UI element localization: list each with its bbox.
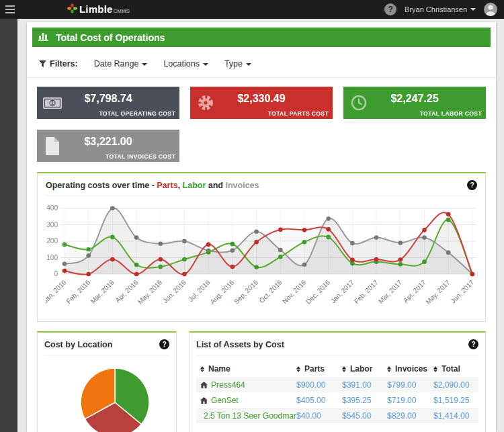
brand-name: Limble <box>79 3 113 15</box>
chevron-down-icon <box>203 63 208 66</box>
home-icon <box>200 397 208 404</box>
legend-invoices: Invoices <box>225 181 259 190</box>
hamburger-menu-icon[interactable] <box>0 5 20 13</box>
table-row: GenSet$405.00$395.25$719.00$1,519.25 <box>196 392 478 408</box>
table-row: 2.5 Ton 13 Seer Goodman$40.00$545.00$829… <box>196 408 478 423</box>
cost-by-location-pie <box>44 361 169 432</box>
avatar[interactable] <box>484 3 497 16</box>
chevron-down-icon <box>470 8 476 11</box>
svg-text:Jun, 2017: Jun, 2017 <box>449 278 475 304</box>
asset-name-link[interactable]: Press464 <box>211 380 245 390</box>
stat-total-parts-cost: $2,330.49 TOTAL PARTS COST <box>190 87 333 119</box>
collapsed-sidebar[interactable] <box>0 19 17 432</box>
filters-bar: Filters: Date Range Locations Type <box>27 52 496 78</box>
column-header-parts[interactable]: Parts <box>296 364 342 374</box>
svg-text:100: 100 <box>46 254 58 261</box>
top-navbar: Limble CMMS ? Bryan Christiansen <box>0 0 504 19</box>
column-header-total[interactable]: Total <box>433 364 474 374</box>
column-label: Parts <box>304 364 325 374</box>
assets-title-row: List of Assets by Cost ? <box>196 338 478 355</box>
sort-icon[interactable] <box>387 366 391 372</box>
assets-by-cost-card: List of Assets by Cost ? NamePartsLaborI… <box>189 331 486 432</box>
brand-suffix: CMMS <box>114 8 130 14</box>
asset-parts-value: $40.00 <box>296 411 342 421</box>
assets-table-header: NamePartsLaborInvoicesTotal <box>196 361 478 377</box>
column-label: Labor <box>350 364 372 374</box>
filter-type[interactable]: Type <box>224 59 251 69</box>
svg-text:200: 200 <box>46 237 58 245</box>
chart-title-row: Operating costs over time - Parts, Labor… <box>46 179 477 196</box>
column-header-name[interactable]: Name <box>200 364 296 374</box>
sort-icon[interactable] <box>433 366 437 372</box>
chart-title: Operating costs over time - Parts, Labor… <box>46 181 259 190</box>
home-icon <box>200 382 208 388</box>
svg-text:Mar, 2017: Mar, 2017 <box>377 278 404 305</box>
column-header-labor[interactable]: Labor <box>342 364 387 374</box>
page-header: Total Cost of Operations <box>32 28 491 47</box>
filters-label: Filters: <box>39 59 78 69</box>
asset-labor-value: $545.00 <box>342 411 387 421</box>
sort-icon[interactable] <box>200 366 204 372</box>
asset-parts-value: $405.00 <box>296 396 342 405</box>
legend-labor: Labor <box>183 181 206 190</box>
asset-parts-value: $900.00 <box>296 380 342 390</box>
asset-invoices-value: $799.00 <box>387 380 433 390</box>
bottom-row: Cost by Location ? List of Assets by Cos… <box>37 331 486 432</box>
limble-flower-icon <box>67 3 77 16</box>
operating-costs-chart-card: Operating costs over time - Parts, Labor… <box>37 172 486 322</box>
asset-invoices-value: $719.00 <box>387 396 433 405</box>
svg-text:400: 400 <box>46 204 58 212</box>
sort-icon[interactable] <box>342 366 346 372</box>
asset-labor-value: $391.00 <box>342 380 387 390</box>
stat-cards: 1 $7,798.74 TOTAL OPERATING COST $2,330.… <box>27 78 496 162</box>
sort-icon[interactable] <box>296 366 300 372</box>
svg-text:Jun, 2016: Jun, 2016 <box>161 278 187 304</box>
svg-text:May, 2016: May, 2016 <box>136 278 164 306</box>
pie-title: Cost by Location <box>44 340 112 349</box>
asset-name-link[interactable]: 2.5 Ton 13 Seer Goodman <box>204 411 296 421</box>
assets-help-icon[interactable]: ? <box>468 339 478 349</box>
svg-text:Jan, 2017: Jan, 2017 <box>329 278 355 304</box>
asset-total-value: $1,414.00 <box>433 411 474 421</box>
operating-costs-line-chart: 0100200300400Jan, 2016Feb, 2016Mar, 2016… <box>46 196 487 317</box>
user-name: Bryan Christiansen <box>405 5 467 13</box>
filter-date-range[interactable]: Date Range <box>94 59 148 69</box>
chevron-down-icon <box>246 63 251 66</box>
assets-table: NamePartsLaborInvoicesTotalPress464$900.… <box>196 361 478 423</box>
filter-locations[interactable]: Locations <box>163 59 208 69</box>
pie-help-icon[interactable]: ? <box>159 339 169 349</box>
user-menu[interactable]: Bryan Christiansen <box>405 5 476 13</box>
chevron-down-icon <box>142 63 147 66</box>
asset-invoices-value: $829.00 <box>387 411 433 421</box>
pie-title-row: Cost by Location ? <box>44 338 169 355</box>
asset-name-link[interactable]: GenSet <box>211 396 239 405</box>
stat-label: TOTAL INVOICES COST <box>106 153 175 160</box>
column-label: Total <box>442 364 460 374</box>
asset-total-value: $2,090.00 <box>433 380 474 390</box>
svg-text:300: 300 <box>46 221 58 228</box>
table-row: Press464$900.00$391.00$799.00$2,090.00 <box>196 377 478 392</box>
stat-value: $7,798.74 <box>37 93 179 105</box>
svg-text:Nov, 2016: Nov, 2016 <box>281 278 308 305</box>
chart-help-icon[interactable]: ? <box>467 180 477 190</box>
asset-labor-value: $395.25 <box>342 396 387 405</box>
svg-text:Dec, 2016: Dec, 2016 <box>304 278 331 305</box>
svg-text:Aug, 2016: Aug, 2016 <box>208 278 235 305</box>
column-label: Name <box>208 364 230 374</box>
svg-text:0: 0 <box>54 270 58 277</box>
assets-title: List of Assets by Cost <box>196 340 284 349</box>
column-header-invoices[interactable]: Invoices <box>387 364 433 374</box>
limble-logo[interactable]: Limble CMMS <box>67 3 130 16</box>
svg-text:Oct, 2016: Oct, 2016 <box>257 278 284 304</box>
stat-total-labor-cost: $2,247.25 TOTAL LABOR COST <box>343 87 486 119</box>
stat-value: $2,247.25 <box>343 93 486 105</box>
navbar-help-icon[interactable]: ? <box>384 3 396 15</box>
svg-text:Feb, 2017: Feb, 2017 <box>353 278 380 305</box>
column-label: Invoices <box>395 364 427 374</box>
stat-value: $3,221.00 <box>37 136 179 148</box>
asset-total-value: $1,519.25 <box>433 396 474 405</box>
stat-total-invoices-cost: $3,221.00 TOTAL INVOICES COST <box>37 130 179 162</box>
svg-text:Jul, 2016: Jul, 2016 <box>187 278 212 303</box>
stat-label: TOTAL OPERATING COST <box>99 110 175 117</box>
page-title: Total Cost of Operations <box>56 32 165 43</box>
